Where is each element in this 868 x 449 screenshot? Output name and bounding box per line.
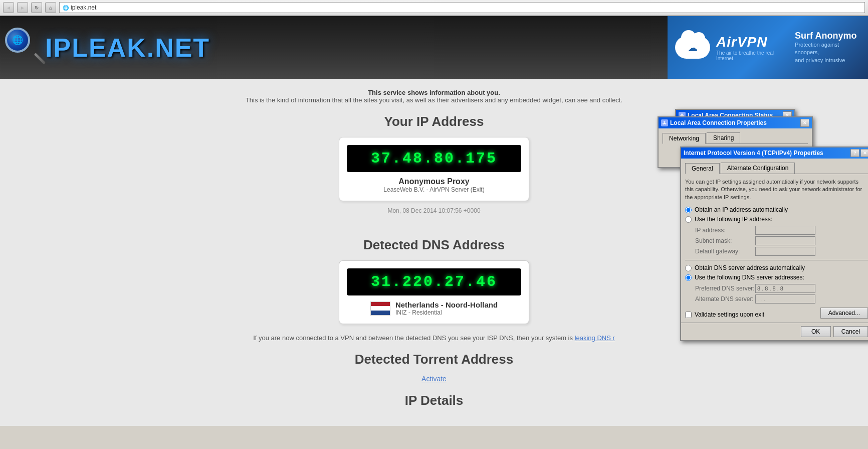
ok-button[interactable]: OK (801, 326, 831, 337)
obtain-ip-auto-radio: Obtain an IP address automatically (685, 206, 868, 213)
dns-leak-text: If you are now connected to a VPN and be… (253, 334, 573, 342)
magnify-handle (34, 53, 46, 64)
ipv4-content: General Alternate Configuration You can … (681, 159, 868, 323)
use-following-ip-radio: Use the following IP address: (685, 216, 868, 223)
address-text: ipleak.net (71, 4, 96, 11)
ipv4-question-btn[interactable]: ? (850, 149, 859, 157)
validate-checkbox-row: Validate settings upon exit (685, 311, 764, 318)
connection-props-close[interactable]: ✕ (800, 119, 809, 127)
magnify-circle: 🌐 (5, 28, 30, 53)
preferred-dns-row: Preferred DNS server: (695, 284, 868, 293)
home-button[interactable]: ⌂ (45, 2, 56, 13)
forward-button[interactable]: ► (17, 2, 28, 13)
default-gateway-row: Default gateway: (695, 247, 868, 256)
default-gateway-label: Default gateway: (695, 248, 755, 255)
subnet-mask-label: Subnet mask: (695, 237, 755, 244)
ipv4-description: You can get IP settings assigned automat… (685, 178, 868, 201)
obtain-dns-auto-input[interactable] (685, 265, 692, 271)
use-following-dns-label: Use the following DNS server addresses: (695, 274, 804, 281)
ad-slogan: The air to breathe the real Internet. (716, 50, 789, 61)
site-header: 🌐 IPLEAK.NET ☁ AirVPN The air to breathe… (0, 16, 868, 79)
ad-brand: AirVPN (716, 34, 789, 50)
dns-leak-link[interactable]: leaking DNS r (575, 334, 615, 342)
obtain-dns-auto-label: Obtain DNS server address automatically (695, 264, 805, 271)
ip-label: Anonymous Proxy (347, 177, 521, 186)
ad-banner[interactable]: ☁ AirVPN The air to breathe the real Int… (668, 16, 868, 79)
use-following-ip-input[interactable] (685, 216, 692, 223)
tab-networking[interactable]: Networking (663, 133, 706, 144)
ad-tagline-area: Surf Anonymo Protection against snoopers… (795, 31, 860, 64)
preferred-dns-input[interactable] (755, 284, 815, 293)
connection-props-title: 🖧 Local Area Connection Properties (661, 119, 767, 126)
subnet-mask-row: Subnet mask: (695, 236, 868, 245)
default-gateway-input[interactable] (755, 247, 815, 256)
ip-address-input[interactable] (755, 226, 815, 235)
dns-isp: INIZ - Residential (395, 309, 498, 316)
ad-tagline-main: Surf Anonymo (795, 31, 860, 41)
site-title: IPLEAK.NET (45, 33, 210, 63)
dialogs-overlay: 🖧 Local Area Connection Status ✕ 🖧 Local… (653, 109, 868, 410)
ad-cloud-icon: ☁ (675, 36, 710, 59)
use-following-dns-input[interactable] (685, 274, 692, 281)
connection-props-title-text: Local Area Connection Properties (670, 119, 767, 126)
dns-fields: Preferred DNS server: Alternate DNS serv… (695, 284, 868, 304)
validate-label: Validate settings upon exit (695, 311, 764, 318)
advanced-button[interactable]: Advanced... (820, 308, 868, 319)
back-button[interactable]: ◄ (3, 2, 14, 13)
dns-location-row: Netherlands - Noord-Holland INIZ - Resid… (347, 301, 521, 316)
ad-tagline-sub: Protection against snoopers,and privacy … (795, 41, 860, 64)
page-container: 🌐 IPLEAK.NET ☁ AirVPN The air to breathe… (0, 16, 868, 426)
use-following-ip-label: Use the following IP address: (695, 216, 772, 223)
alternate-dns-row: Alternate DNS server: (695, 294, 868, 304)
preferred-dns-label: Preferred DNS server: (695, 285, 755, 292)
ipv4-buttons: ? ✕ (850, 149, 868, 157)
service-notice-title: This service shows information about you… (40, 89, 828, 96)
ip-address-label: IP address: (695, 227, 755, 234)
page-icon: 🌐 (63, 5, 69, 11)
alternate-dns-label: Alternate DNS server: (695, 295, 755, 303)
dns-country: Netherlands - Noord-Holland (395, 301, 498, 309)
dns-display-card: 31.220.27.46 Netherlands - Noord-Holland… (339, 260, 529, 324)
connection-props-titlebar: 🖧 Local Area Connection Properties ✕ (659, 117, 812, 128)
validate-checkbox[interactable] (685, 312, 692, 318)
connection-props-buttons: ✕ (800, 119, 809, 127)
cancel-button[interactable]: Cancel (833, 326, 868, 337)
ipv4-props-dialog: Internet Protocol Version 4 (TCP/IPv4) P… (680, 146, 868, 341)
ipv4-bottom-row: Validate settings upon exit Advanced... (685, 308, 868, 319)
ip-screen: 37.48.80.175 (347, 145, 521, 172)
ip-radio-group: Obtain an IP address automatically Use t… (685, 206, 868, 223)
ipv4-title: Internet Protocol Version 4 (TCP/IPv4) P… (684, 149, 823, 157)
refresh-button[interactable]: ↻ (31, 2, 42, 13)
use-following-dns-radio: Use the following DNS server addresses: (685, 274, 868, 281)
dns-screen: 31.220.27.46 (347, 268, 521, 295)
ip-description: Anonymous Proxy LeaseWeb B.V. - AirVPN S… (347, 177, 521, 193)
flag-red (371, 302, 390, 307)
service-notice: This service shows information about you… (40, 89, 828, 104)
ipv4-close-btn[interactable]: ✕ (860, 149, 868, 157)
subnet-mask-input[interactable] (755, 236, 815, 245)
tab-general[interactable]: General (685, 163, 720, 174)
alternate-dns-input[interactable] (755, 294, 815, 304)
site-logo: 🌐 IPLEAK.NET (5, 28, 210, 68)
obtain-ip-auto-input[interactable] (685, 207, 692, 213)
magnify-icon: 🌐 (5, 28, 40, 68)
flag-blue (371, 311, 390, 315)
browser-chrome: ◄ ► ↻ ⌂ 🌐 ipleak.net (0, 0, 868, 16)
address-bar[interactable]: 🌐 ipleak.net (59, 2, 865, 13)
ipv4-tabs: General Alternate Configuration (685, 163, 868, 174)
ip-display-card: 37.48.80.175 Anonymous Proxy LeaseWeb B.… (339, 137, 529, 201)
dns-location-info: Netherlands - Noord-Holland INIZ - Resid… (395, 301, 498, 316)
activate-link[interactable]: Activate (421, 375, 447, 383)
ipv4-title-text: Internet Protocol Version 4 (TCP/IPv4) P… (684, 149, 823, 157)
connection-props-icon: 🖧 (661, 119, 668, 126)
ip-sublabel: LeaseWeb B.V. - AirVPN Server (Exit) (347, 186, 521, 193)
dns-radio-group: Obtain DNS server address automatically … (685, 264, 868, 281)
service-notice-body: This is the kind of information that all… (40, 96, 828, 104)
ad-content: AirVPN The air to breathe the real Inter… (716, 34, 789, 61)
ipv4-footer: OK Cancel (681, 323, 868, 340)
tab-alternate-config[interactable]: Alternate Configuration (721, 163, 795, 174)
flag-white (371, 306, 390, 311)
ad-logo: ☁ (675, 36, 710, 59)
tab-sharing[interactable]: Sharing (707, 132, 740, 143)
ipv4-divider (685, 260, 868, 260)
